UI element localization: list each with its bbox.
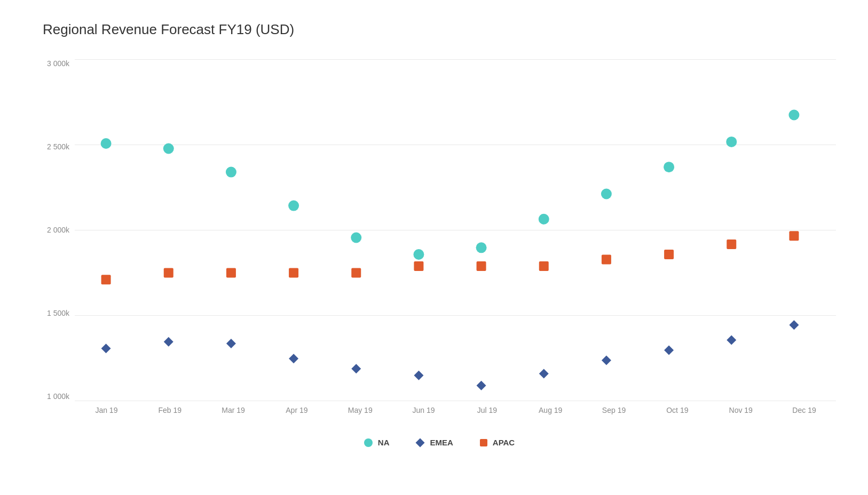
svg-rect-27 [289, 268, 298, 278]
x-label: Jan 19 [75, 406, 138, 433]
svg-point-3 [288, 201, 299, 211]
svg-rect-34 [727, 239, 736, 249]
x-label: Dec 19 [772, 406, 836, 433]
svg-marker-13 [164, 337, 173, 347]
chart-legend: NA EMEA APAC [43, 438, 836, 447]
svg-rect-24 [101, 275, 111, 284]
x-label: Feb 19 [138, 406, 202, 433]
svg-rect-32 [602, 254, 611, 264]
x-label: Nov 19 [709, 406, 772, 433]
svg-marker-18 [477, 381, 486, 390]
x-label: Mar 19 [202, 406, 265, 433]
svg-rect-33 [664, 250, 674, 259]
chart-container: Regional Revenue Forecast FY19 (USD) 3 0… [0, 0, 868, 495]
svg-marker-22 [727, 336, 736, 345]
svg-point-4 [351, 232, 361, 243]
svg-marker-15 [289, 354, 298, 363]
svg-rect-29 [414, 261, 423, 271]
svg-point-1 [163, 143, 174, 154]
x-label: May 19 [328, 406, 392, 433]
x-label: Jul 19 [455, 406, 519, 433]
legend-emea: EMEA [416, 438, 453, 447]
legend-na-icon [364, 438, 373, 447]
svg-rect-35 [789, 231, 799, 241]
legend-na-label: NA [378, 438, 390, 447]
svg-point-0 [101, 138, 112, 149]
svg-point-5 [413, 249, 424, 260]
x-label: Aug 19 [519, 406, 582, 433]
svg-point-10 [726, 137, 737, 147]
chart-svg [75, 59, 836, 401]
svg-point-9 [664, 162, 674, 172]
legend-apac-icon [480, 439, 487, 446]
svg-marker-14 [226, 339, 236, 348]
svg-marker-20 [602, 355, 611, 365]
svg-marker-17 [414, 371, 423, 380]
svg-marker-12 [101, 344, 111, 353]
svg-point-6 [476, 242, 487, 253]
x-axis-labels: Jan 19Feb 19Mar 19Apr 19May 19Jun 19Jul … [75, 406, 836, 433]
svg-marker-19 [539, 369, 549, 379]
svg-rect-26 [226, 268, 236, 278]
y-label: 1 000k [43, 392, 75, 401]
y-axis-labels: 3 000k2 500k2 000k1 500k1 000k [43, 59, 75, 401]
x-label: Oct 19 [645, 406, 709, 433]
y-label: 2 500k [43, 142, 75, 151]
y-label: 1 500k [43, 309, 75, 317]
legend-emea-icon-wrap [416, 438, 424, 447]
legend-apac: APAC [480, 438, 515, 447]
x-label: Jun 19 [392, 406, 455, 433]
chart-title: Regional Revenue Forecast FY19 (USD) [43, 21, 836, 38]
grid-line [75, 401, 836, 401]
svg-rect-28 [351, 268, 361, 278]
svg-marker-23 [789, 320, 799, 330]
chart-area: 3 000k2 500k2 000k1 500k1 000k Jan 19Feb… [43, 59, 836, 433]
svg-point-2 [226, 167, 236, 178]
svg-marker-16 [351, 364, 361, 373]
svg-point-7 [539, 214, 549, 225]
y-label: 3 000k [43, 59, 75, 68]
svg-rect-30 [477, 261, 486, 271]
svg-rect-31 [539, 261, 549, 271]
svg-marker-21 [664, 346, 674, 355]
x-label: Sep 19 [582, 406, 646, 433]
y-label: 2 000k [43, 226, 75, 234]
legend-emea-label: EMEA [430, 438, 453, 447]
svg-rect-25 [164, 268, 173, 278]
x-label: Apr 19 [265, 406, 328, 433]
legend-apac-label: APAC [493, 438, 515, 447]
svg-point-8 [601, 189, 612, 199]
legend-emea-icon [416, 438, 425, 447]
plot-area [75, 59, 836, 401]
legend-na: NA [364, 438, 390, 447]
svg-point-11 [788, 110, 799, 121]
